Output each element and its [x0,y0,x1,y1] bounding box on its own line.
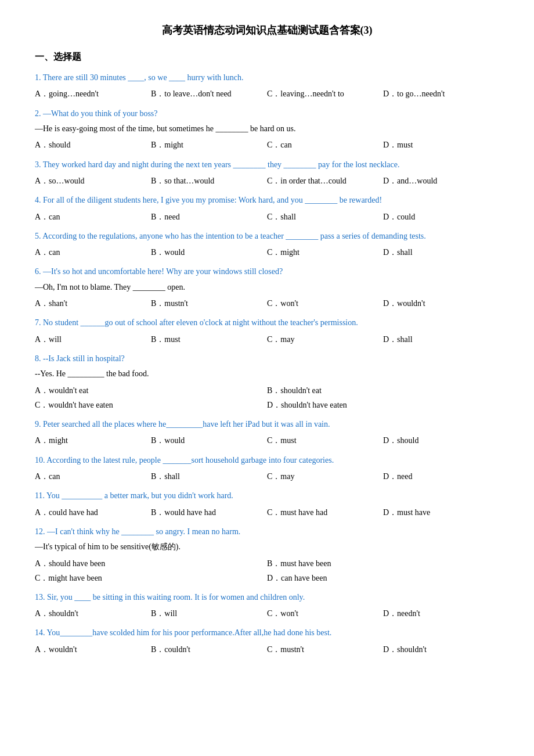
option-item: D．wouldn't [383,296,499,311]
option-item: B．must have been [267,556,499,571]
options-row: A．willB．mustC．mayD．shall [35,332,499,347]
option-item: C．may [267,469,383,484]
question-stem: 9. Peter searched all the places where h… [35,418,499,431]
option-item: C．shall [267,210,383,224]
option-item: D．and…would [383,174,499,188]
option-item: D．needn't [383,606,499,621]
option-item: C．won't [267,296,383,311]
option-item: B．to leave…don't need [151,87,267,101]
question-stem: 2. —What do you think of your boss? [35,107,499,120]
option-item: B．would [151,433,267,448]
question-continuation: —It's typical of him to be sensitive(敏感的… [35,541,499,553]
option-item: B．couldn't [151,642,267,657]
question-block: 10. According to the latest rule, people… [35,454,499,484]
option-item: A．can [35,210,151,224]
option-item: C．may [267,332,383,347]
question-block: 14. You________have scolded him for his … [35,627,499,657]
option-item: A．will [35,332,151,347]
option-item: A．might [35,433,151,448]
options-row: A．going…needn'tB．to leave…don't needC．le… [35,87,499,101]
option-item: D．shouldn't [383,642,499,657]
options-row: A．shan'tB．mustn'tC．won'tD．wouldn't [35,296,499,311]
option-item: B．shall [151,469,267,484]
options-row: A．wouldn'tB．couldn'tC．mustn'tD．shouldn't [35,642,499,657]
option-item: D．shall [383,245,499,260]
question-continuation: —He is easy-going most of the time, but … [35,123,499,135]
option-item: C．must [267,433,383,448]
option-item: C．mustn't [267,642,383,657]
option-item: B．shouldn't eat [267,383,499,398]
option-item: A．wouldn't [35,642,151,657]
option-item: C．must have had [267,505,383,520]
question-stem: 13. Sir, you ____ be sitting in this wai… [35,591,499,604]
option-item: A．going…needn't [35,87,151,101]
option-item: C．might [267,245,383,260]
option-item: A．should [35,138,151,152]
option-item: D．shouldn't have eaten [267,398,499,412]
options-row: A．canB．wouldC．mightD．shall [35,245,499,260]
option-item: C．wouldn't have eaten [35,398,267,412]
question-stem: 3. They worked hard day and night during… [35,159,499,171]
option-item: B．will [151,606,267,621]
question-stem: 4. For all of the diligent students here… [35,194,499,207]
question-block: 2. —What do you think of your boss?—He i… [35,107,499,153]
option-item: A．could have had [35,505,151,520]
question-stem: 8. --Is Jack still in hospital? [35,352,499,365]
option-item: D．need [383,469,499,484]
question-block: 8. --Is Jack still in hospital?--Yes. He… [35,352,499,412]
question-block: 5. According to the regulations, anyone … [35,230,499,260]
option-item: A．wouldn't eat [35,383,267,398]
option-item: D．shall [383,332,499,347]
question-block: 11. You __________ a better mark, but yo… [35,489,499,520]
option-item: C．won't [267,606,383,621]
option-item: D．to go…needn't [383,87,499,101]
question-block: 12. —I can't think why he ________ so an… [35,525,499,585]
question-stem: 6. —It's so hot and uncomfortable here! … [35,265,499,278]
option-item: A．shan't [35,296,151,311]
page-title: 高考英语情态动词知识点基础测试题含答案(3) [35,23,499,37]
question-stem: 7. No student ______go out of school aft… [35,316,499,329]
option-item: C．can [267,138,383,152]
options-row: A．shouldn'tB．willC．won'tD．needn't [35,606,499,621]
option-item: D．should [383,433,499,448]
option-item: B．must [151,332,267,347]
question-stem: 5. According to the regulations, anyone … [35,230,499,243]
option-item: B．mustn't [151,296,267,311]
question-stem: 1. There are still 30 minutes ____, so w… [35,71,499,84]
question-block: 7. No student ______go out of school aft… [35,316,499,347]
option-item: D．can have been [267,571,499,585]
option-item: B．would have had [151,505,267,520]
options-row: A．mightB．wouldC．mustD．should [35,433,499,448]
option-item: D．must have [383,505,499,520]
option-item: B．would [151,245,267,260]
option-item: C．might have been [35,571,267,585]
options-row: A．shouldB．mightC．canD．must [35,138,499,152]
question-continuation: —Oh, I'm not to blame. They ________ ope… [35,281,499,294]
options-row: A．should have beenB．must have beenC．migh… [35,556,499,585]
question-stem: 10. According to the latest rule, people… [35,454,499,467]
question-block: 6. —It's so hot and uncomfortable here! … [35,265,499,311]
option-item: C．in order that…could [267,174,383,188]
question-block: 3. They worked hard day and night during… [35,159,499,189]
options-row: A．wouldn't eatB．shouldn't eatC．wouldn't … [35,383,499,412]
options-row: A．canB．shallC．mayD．need [35,469,499,484]
question-stem: 14. You________have scolded him for his … [35,627,499,639]
option-item: A．so…would [35,174,151,188]
option-item: B．might [151,138,267,152]
option-item: A．can [35,469,151,484]
options-row: A．canB．needC．shallD．could [35,210,499,224]
option-item: A．shouldn't [35,606,151,621]
question-block: 1. There are still 30 minutes ____, so w… [35,71,499,102]
options-row: A．could have hadB．would have hadC．must h… [35,505,499,520]
option-item: D．must [383,138,499,152]
option-item: B．need [151,210,267,224]
option-item: A．can [35,245,151,260]
option-item: B．so that…would [151,174,267,188]
question-continuation: --Yes. He _________ the bad food. [35,368,499,380]
question-block: 9. Peter searched all the places where h… [35,418,499,448]
section-title: 一、选择题 [35,51,499,63]
option-item: C．leaving…needn't to [267,87,383,101]
option-item: A．should have been [35,556,267,571]
question-block: 4. For all of the diligent students here… [35,194,499,224]
question-stem: 12. —I can't think why he ________ so an… [35,525,499,538]
